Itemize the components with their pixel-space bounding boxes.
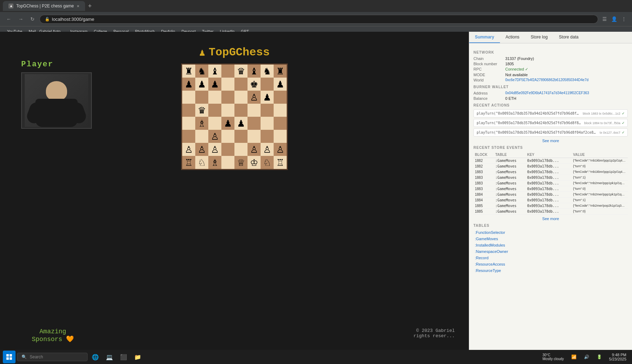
chess-cell-5-0[interactable]: [182, 130, 195, 143]
chess-cell-4-3[interactable]: ♟: [221, 117, 234, 130]
chess-cell-1-4[interactable]: [234, 78, 248, 91]
chess-cell-2-6[interactable]: ♟: [261, 91, 274, 104]
chess-cell-6-3[interactable]: [221, 143, 234, 156]
address-bar[interactable]: 🔓 localhost:3000/game: [40, 15, 598, 24]
forward-button[interactable]: →: [16, 15, 25, 23]
chess-cell-5-4[interactable]: [234, 130, 248, 143]
chess-cell-5-3[interactable]: [221, 130, 234, 143]
chess-cell-6-7[interactable]: ♙: [274, 143, 287, 156]
table-item-2[interactable]: :InstalledModules: [473, 242, 628, 248]
chess-cell-4-7[interactable]: [274, 117, 287, 130]
back-button[interactable]: ←: [4, 15, 13, 23]
chess-cell-4-4[interactable]: ♟: [234, 117, 248, 130]
chess-cell-4-1[interactable]: ♗: [195, 117, 208, 130]
store-events-see-more[interactable]: See more: [473, 217, 628, 221]
chess-cell-0-6[interactable]: ♞: [261, 65, 274, 78]
chess-cell-1-0[interactable]: ♟: [182, 78, 195, 91]
action-item-1[interactable]: playTurn("0x0093a178db3578a94d24b925d7fd…: [473, 109, 628, 117]
start-button[interactable]: [3, 351, 16, 363]
active-tab[interactable]: ♟ TopGChess | P2E chess game ✕: [3, 1, 85, 11]
chess-cell-6-2[interactable]: ♙: [208, 143, 221, 156]
chess-cell-0-2[interactable]: ♝: [208, 65, 221, 78]
chess-cell-2-5[interactable]: ♙: [248, 91, 261, 104]
chess-cell-6-4[interactable]: [234, 143, 248, 156]
chess-cell-6-0[interactable]: ♙: [182, 143, 195, 156]
chess-cell-1-5[interactable]: ♚: [248, 78, 261, 91]
taskbar-app-files[interactable]: 📁: [131, 351, 144, 363]
chess-cell-5-5[interactable]: [248, 130, 261, 143]
chess-cell-4-0[interactable]: [182, 117, 195, 130]
chess-cell-0-1[interactable]: ♞: [195, 65, 208, 78]
chess-cell-2-7[interactable]: [274, 91, 287, 104]
store-event-row[interactable]: 1883 :GameMoves 0x0093a178db... {"turn":…: [473, 186, 628, 192]
tab-actions[interactable]: Actions: [500, 32, 525, 43]
reload-button[interactable]: ↻: [28, 15, 37, 23]
table-item-1[interactable]: :GameMoves: [473, 236, 628, 242]
chess-cell-7-2[interactable]: ♗: [208, 156, 221, 169]
chess-cell-1-7[interactable]: ♟: [274, 78, 287, 91]
chess-cell-5-6[interactable]: [261, 130, 274, 143]
chess-cell-2-2[interactable]: [208, 91, 221, 104]
new-tab-button[interactable]: +: [85, 1, 95, 11]
menu-icon[interactable]: ⋮: [620, 15, 628, 23]
chess-cell-3-0[interactable]: [182, 104, 195, 117]
actions-see-more[interactable]: See more: [473, 139, 628, 143]
chess-cell-3-4[interactable]: [234, 104, 248, 117]
chess-cell-2-4[interactable]: [234, 91, 248, 104]
tab-summary[interactable]: Summary: [469, 32, 500, 43]
chess-cell-5-7[interactable]: [274, 130, 287, 143]
battery-icon[interactable]: 🔋: [594, 351, 605, 363]
store-event-row[interactable]: 1884 :GameMoves 0x0093a178db... {"fenCod…: [473, 192, 628, 198]
chess-cell-2-3[interactable]: [221, 91, 234, 104]
chess-board[interactable]: ♜♞♝♛♝♞♜♟♟♟♚♟♙♟♛♗♟♟♙♙♙♙♙♙♙♖♘♗♕♔♘♖: [181, 63, 288, 170]
chess-cell-4-5[interactable]: [248, 117, 261, 130]
chess-cell-0-0[interactable]: ♜: [182, 65, 195, 78]
chess-cell-2-1[interactable]: [195, 91, 208, 104]
chess-cell-2-0[interactable]: [182, 91, 195, 104]
store-event-row[interactable]: 1882 :GameMoves 0x0093a178db... {"fenCod…: [473, 158, 628, 164]
close-tab-button[interactable]: ✕: [77, 4, 79, 8]
profile-icon[interactable]: 👤: [610, 15, 619, 23]
taskbar-app-vscode[interactable]: 💻: [103, 351, 116, 363]
chess-cell-1-6[interactable]: [261, 78, 274, 91]
taskbar-app-chrome[interactable]: 🌐: [89, 351, 102, 363]
chess-cell-7-3[interactable]: [221, 156, 234, 169]
tab-store-log[interactable]: Store log: [525, 32, 553, 43]
chess-cell-7-7[interactable]: ♖: [274, 156, 287, 169]
store-event-row[interactable]: 1883 :GameMoves 0x0093a178db... {"fenCod…: [473, 169, 628, 175]
chess-cell-1-3[interactable]: [221, 78, 234, 91]
chess-cell-1-2[interactable]: ♟: [208, 78, 221, 91]
chess-cell-3-3[interactable]: [221, 104, 234, 117]
chess-cell-3-5[interactable]: [248, 104, 261, 117]
store-event-row[interactable]: 1883 :GameMoves 0x0093a178db... {"fenCod…: [473, 181, 628, 186]
chess-cell-3-2[interactable]: [208, 104, 221, 117]
tab-store-data[interactable]: Store data: [553, 32, 584, 43]
table-item-0[interactable]: :FunctionSelector: [473, 230, 628, 235]
store-event-row[interactable]: 1884 :GameMoves 0x0093a178db... {"turn":…: [473, 198, 628, 203]
chess-cell-6-1[interactable]: ♙: [195, 143, 208, 156]
chess-cell-5-1[interactable]: [195, 130, 208, 143]
chess-cell-5-2[interactable]: ♙: [208, 130, 221, 143]
chess-cell-6-6[interactable]: ♙: [261, 143, 274, 156]
chess-cell-3-7[interactable]: [274, 104, 287, 117]
chess-cell-7-5[interactable]: ♔: [248, 156, 261, 169]
table-item-5[interactable]: :ResourceAccess: [473, 261, 628, 267]
chess-cell-3-1[interactable]: ♛: [195, 104, 208, 117]
chess-cell-7-4[interactable]: ♕: [234, 156, 248, 169]
chess-cell-1-1[interactable]: ♟: [195, 78, 208, 91]
store-event-row[interactable]: 1883 :GameMoves 0x0093a178db... {"turn":…: [473, 175, 628, 181]
chess-cell-0-3[interactable]: [221, 65, 234, 78]
chess-cell-6-5[interactable]: ♙: [248, 143, 261, 156]
store-event-row[interactable]: 1885 :GameMoves 0x0093a178db... {"fenCod…: [473, 203, 628, 209]
store-event-row[interactable]: 1885 :GameMoves 0x0093a178db... {"turn":…: [473, 209, 628, 214]
taskbar-app-terminal[interactable]: ⬛: [117, 351, 130, 363]
chess-cell-0-4[interactable]: ♛: [234, 65, 248, 78]
chess-cell-4-6[interactable]: [261, 117, 274, 130]
network-icon[interactable]: 📶: [568, 351, 579, 363]
chess-cell-0-5[interactable]: ♝: [248, 65, 261, 78]
action-item-2[interactable]: playTurn("0x0093a178db3578a94d24b925d7fd…: [473, 119, 628, 127]
chess-cell-0-7[interactable]: ♜: [274, 65, 287, 78]
table-item-6[interactable]: :ResourceType: [473, 268, 628, 273]
volume-icon[interactable]: 🔊: [581, 351, 592, 363]
chess-cell-3-6[interactable]: [261, 104, 274, 117]
